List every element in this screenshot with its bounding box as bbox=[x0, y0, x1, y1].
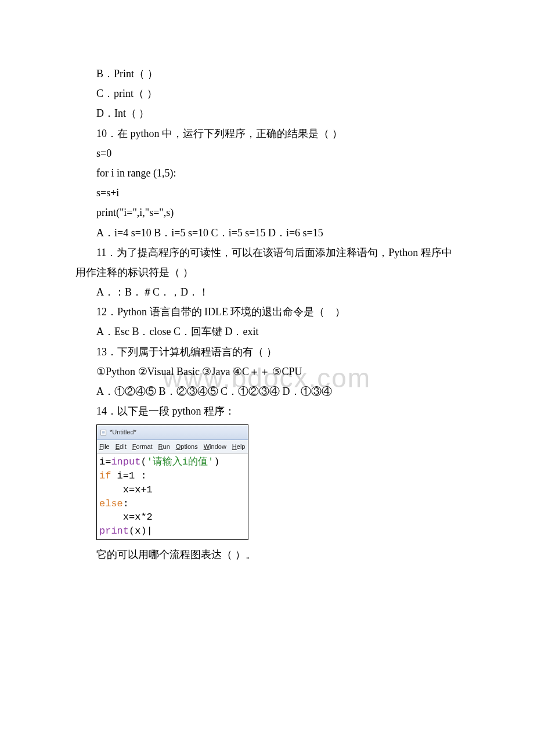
code-token: i= bbox=[99, 456, 111, 467]
code-token: if bbox=[99, 470, 111, 481]
q14-followup: 它的可以用哪个流程图表达（ ）。 bbox=[75, 545, 459, 564]
code-token: (x)| bbox=[129, 525, 153, 537]
code-token: x=x*2 bbox=[99, 512, 153, 523]
python-file-icon bbox=[100, 429, 107, 436]
editor-title-text: *Untitled* bbox=[110, 426, 136, 438]
code-token: x=x+1 bbox=[99, 484, 153, 495]
q11-options: A．：B．＃C．，D．！ bbox=[75, 282, 459, 302]
code-token: print bbox=[99, 525, 129, 537]
code-token: '请输入i的值' bbox=[147, 456, 214, 467]
code-token: : bbox=[123, 498, 129, 509]
question-14: 14．以下是一段 python 程序： bbox=[75, 401, 459, 421]
q10-code-line1: s=0 bbox=[75, 143, 459, 163]
q10-code-line4: print("i=",i,"s=",s) bbox=[75, 203, 459, 222]
code-token: ) bbox=[214, 456, 219, 467]
question-10: 10．在 python 中，运行下列程序，正确的结果是（ ） bbox=[75, 124, 459, 143]
code-token: input bbox=[111, 456, 140, 467]
option-d: D．Int（ ） bbox=[75, 103, 459, 123]
menu-help[interactable]: Help bbox=[232, 441, 246, 453]
code-token: else bbox=[99, 498, 123, 509]
menu-window[interactable]: Window bbox=[204, 441, 226, 453]
q13-options: A．①②④⑤ B．②③④⑤ C．①②③④ D．①③④ bbox=[75, 381, 459, 401]
menu-options[interactable]: Options bbox=[176, 441, 198, 453]
editor-title-bar: *Untitled* bbox=[97, 425, 248, 440]
q10-options: A．i=4 s=10 B．i=5 s=10 C．i=5 s=15 D．i=6 s… bbox=[75, 223, 459, 243]
option-c: C．print（ ） bbox=[75, 84, 459, 103]
menu-file[interactable]: File bbox=[99, 441, 110, 453]
q10-code-line2: for i in range (1,5): bbox=[75, 163, 459, 183]
code-editor-window: *Untitled* File Edit Format Run Options … bbox=[96, 424, 248, 540]
q13-items: ①Python ②Visual Basic ③Java ④C＋＋ ⑤CPU bbox=[75, 362, 459, 381]
q10-code-line3: s=s+i bbox=[75, 183, 459, 203]
question-11: 11．为了提高程序的可读性，可以在该语句后面添加注释语句，Python 程序中用… bbox=[75, 243, 459, 282]
q12-options: A．Esc B．close C．回车键 D．exit bbox=[75, 322, 459, 341]
editor-code-body: i=input('请输入i的值') if i=1 : x=x+1 else: x… bbox=[97, 454, 248, 539]
menu-format[interactable]: Format bbox=[132, 441, 153, 453]
menu-edit[interactable]: Edit bbox=[116, 441, 127, 453]
code-token: ( bbox=[140, 456, 146, 467]
question-12: 12．Python 语言自带的 IDLE 环境的退出命令是（ ） bbox=[75, 302, 459, 322]
menu-run[interactable]: Run bbox=[158, 441, 170, 453]
code-token: i=1 : bbox=[111, 470, 146, 481]
question-13: 13．下列属于计算机编程语言的有（ ） bbox=[75, 342, 459, 362]
editor-menu-bar: File Edit Format Run Options Window Help bbox=[97, 440, 248, 454]
option-b: B．Print（ ） bbox=[75, 64, 459, 84]
